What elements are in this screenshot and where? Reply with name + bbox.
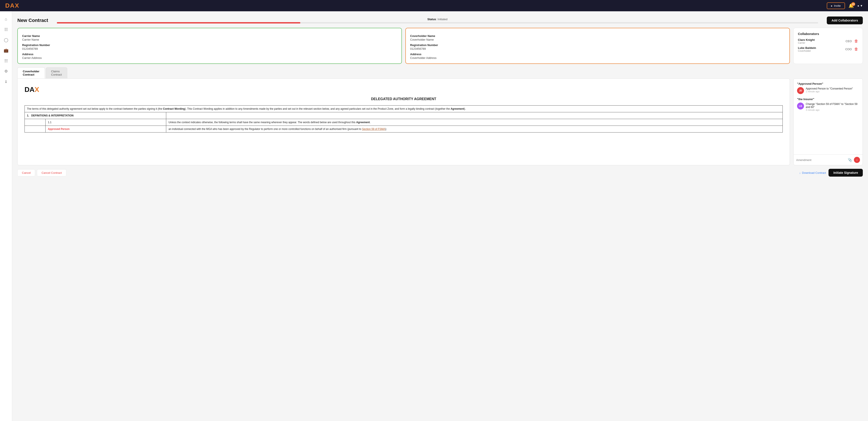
sidebar-list[interactable]: ☷ [2,56,10,65]
topnav: DAX ▸ Invite 🔔 23 ● ▼ [0,0,868,11]
doc-title: DELEGATED AUTHORITY AGREEMENT [25,97,783,101]
carrier-card: Carrier Name Carrier Name Registration N… [18,28,402,64]
download-label: Download Contract [802,171,826,174]
sidebar-settings[interactable]: ⚙ [2,67,10,76]
amendment-section-1: "Approved Person" JD Approved Person to … [797,82,859,94]
add-collaborators-button[interactable]: Add Collaborators [827,17,863,24]
initiate-signature-button[interactable]: Initiate Signature [829,169,863,177]
bottom-right: ↓ Download Contract Initiate Signature [799,169,863,177]
status-bar: Status: Initiated [57,18,818,24]
sidebar-briefcase[interactable]: 💼 [2,46,10,55]
page-header: New Contract Status: Initiated Add Colla… [18,17,863,24]
collab-info-0: Clare Knight Carrier [798,38,815,44]
section1-empty [166,112,783,119]
collaborator-row-1: Luke Baldwin Coverholder COO 🗑 [798,46,858,52]
document-table: The terms of this delegated authority ag… [25,105,783,133]
avatar-jd: JD [797,87,804,94]
section1-cell: 1. DEFINITIONS & INTERPRETATION [25,112,166,119]
delete-collab-1[interactable]: 🗑 [854,47,858,52]
logo-orange: X [15,2,19,9]
coverholder-reg-label: Registration Number [410,44,785,47]
collab-type-1: Coverholder [798,50,816,52]
invite-button[interactable]: ▸ Invite [827,2,845,9]
collab-role-0: CEO [846,39,852,43]
logo: DAX [5,2,19,9]
sidebar-workflow[interactable]: ◯ [2,36,10,44]
sidebar-download[interactable]: ⇓ [2,77,10,86]
carrier-address-value: Carrier Address [22,56,397,59]
send-amendment-button[interactable]: › [854,157,860,163]
amendment-footer: 📎 › [794,155,863,165]
delete-collab-0[interactable]: 🗑 [854,39,858,44]
cancel-contract-button[interactable]: Cancel Contract [37,169,66,176]
bottom-left: Cancel Cancel Contract [18,169,66,176]
notif-badge: 23 [851,2,855,6]
carrier-reg-label: Registration Number [22,44,397,47]
download-contract-button[interactable]: ↓ Download Contract [799,171,826,174]
attachment-icon[interactable]: 📎 [848,158,852,162]
coverholder-name-value: Coverholder Name [410,38,785,41]
approved-person-def: an individual connected with the MGA who… [166,126,783,133]
carrier-name-label: Carrier Name [22,34,397,37]
doc-logo: DAX [25,86,783,94]
status-text: Status: Initiated [428,18,448,21]
collab-role-1: COO [845,48,852,51]
amendment-keyword-1: "Approved Person" [797,82,859,85]
coverholder-name-label: Coverholder Name [410,34,785,37]
download-icon: ↓ [799,171,801,174]
amendment-detail-2: Change "Section 59 of FSMA" to "Section … [806,103,859,111]
collab-type-0: Carrier [798,41,815,44]
tabs-row: CoverholderContract ClaimsContract [18,67,863,78]
topnav-actions: ▸ Invite 🔔 23 ● ▼ [827,2,863,9]
table-row-1-1: 1.1 Unless the context indicates otherwi… [25,119,783,126]
fsma-link[interactable]: Section 59 of FSMA [362,128,385,131]
table-row-approved-person: Approved Person an individual connected … [25,126,783,133]
carrier-name-value: Carrier Name [22,38,397,41]
approved-person-label: Approved Person [45,126,166,133]
approved-person-empty [25,126,45,133]
page-title: New Contract [18,18,48,23]
collab-name-0: Clare Knight [798,38,815,41]
logo-dark: DA [5,2,15,9]
sidebar-home[interactable]: ⌂ [2,15,10,24]
intro-cell: The terms of this delegated authority ag… [25,106,783,112]
coverholder-reg-value: 0123456789 [410,47,785,50]
collab-right-1: COO 🗑 [845,47,858,52]
carrier-address-label: Address [22,53,397,56]
sidebar-grid[interactable]: ☷ [2,25,10,34]
table-row-intro: The terms of this delegated authority ag… [25,106,783,112]
doc-logo-orange: X [34,86,39,94]
tab-claims-contract[interactable]: ClaimsContract [46,67,67,78]
chevron-down-icon: ▼ [860,4,863,7]
invite-label: Invite [834,4,841,7]
coverholder-address-value: Coverholder Address [410,56,785,59]
doc-logo-dark: DA [25,86,34,94]
bottom-bar: Cancel Cancel Contract ↓ Download Contra… [18,169,863,177]
progress-fill [57,22,301,24]
collab-name-1: Luke Baldwin [798,46,816,50]
user-icon: ● [857,4,859,7]
user-menu-button[interactable]: ● ▼ [857,4,863,7]
amendment-panel: "Approved Person" JD Approved Person to … [793,78,863,165]
coverholder-address-label: Address [410,53,785,56]
amendment-text-2: Change "Section 59 of FSMA" to "Section … [806,103,859,109]
document-viewer: DAX DELEGATED AUTHORITY AGREEMENT The te… [18,78,790,165]
share-icon: ▸ [831,4,833,7]
row-1-1-empty [25,119,45,126]
amendment-input[interactable] [796,158,846,162]
amendment-section-2: "the Insurer" LB Change "Section 59 of F… [797,97,859,111]
amendment-item-1: JD Approved Person to "Consented Person"… [797,87,859,94]
collab-right-0: CEO 🗑 [846,39,858,44]
collab-info-1: Luke Baldwin Coverholder [798,46,816,52]
notifications-button[interactable]: 🔔 23 [848,3,854,8]
amendment-time-1: 1 minute ago [806,90,853,93]
tab-coverholder-contract[interactable]: CoverholderContract [18,67,45,78]
progress-track [57,22,818,24]
cancel-button[interactable]: Cancel [18,169,35,176]
amendment-content: "Approved Person" JD Approved Person to … [794,79,863,155]
avatar-lb: LB [797,103,804,110]
collaborators-card: Collaborators Clare Knight Carrier CEO 🗑… [793,28,863,64]
coverholder-card: Coverholder Name Coverholder Name Regist… [405,28,790,64]
carrier-reg-value: 0123456789 [22,47,397,50]
amendment-text-1: Approved Person to "Consented Person" [806,87,853,90]
